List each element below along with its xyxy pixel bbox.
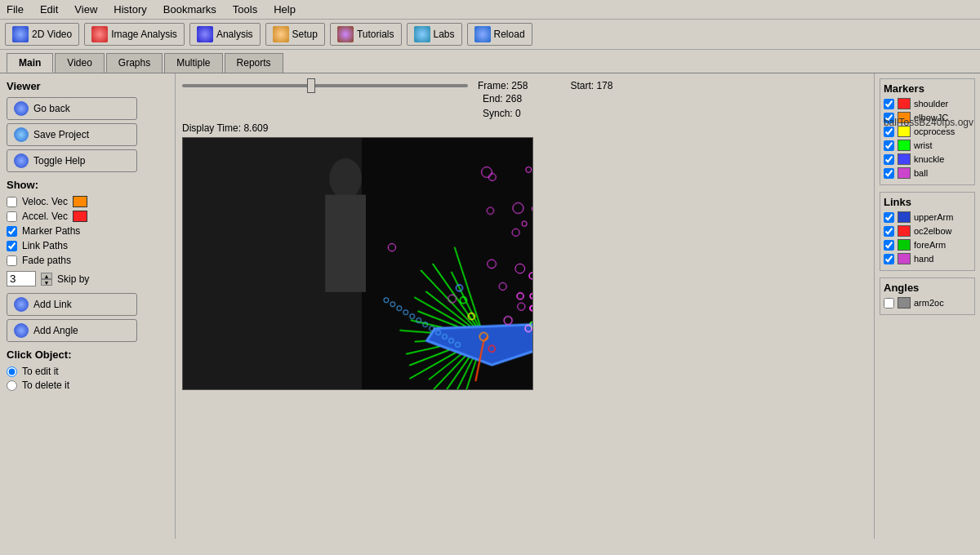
skip-row: ▲ ▼ Skip by <box>7 271 168 286</box>
accel-vec-label: Accel. Vec <box>22 211 68 222</box>
marker-shoulder-checkbox[interactable] <box>884 99 894 109</box>
toolbar-labs[interactable]: Labs <box>407 23 462 46</box>
skip-down-button[interactable]: ▼ <box>41 279 52 286</box>
link-row-oc2elbow: oc2elbow <box>884 225 971 237</box>
menu-edit[interactable]: Edit <box>37 2 61 17</box>
menu-help[interactable]: Help <box>270 2 299 17</box>
link-upperarm-checkbox[interactable] <box>884 212 894 223</box>
toolbar-tutorials-label: Tutorials <box>357 29 394 40</box>
main-content: Viewer Go back Save Project Toggle Help … <box>0 73 980 539</box>
menu-bookmarks[interactable]: Bookmarks <box>160 2 220 17</box>
add-link-button[interactable]: Add Link <box>7 293 137 316</box>
marker-wrist-checkbox[interactable] <box>884 140 894 151</box>
tab-reports[interactable]: Reports <box>225 53 283 73</box>
angles-section: Angles arm2oc <box>880 278 975 315</box>
skip-input[interactable] <box>7 271 36 286</box>
markers-title: Markers <box>884 82 971 95</box>
link-forearm-checkbox[interactable] <box>884 240 894 251</box>
viewer-title: Viewer <box>7 80 168 92</box>
menu-file[interactable]: File <box>3 2 27 17</box>
edit-radio[interactable] <box>7 366 17 377</box>
veloc-vec-color <box>73 196 87 207</box>
marker-row-wrist: wrist <box>884 140 971 151</box>
angle-arm2oc-label: arm2oc <box>914 298 944 308</box>
menu-view[interactable]: View <box>71 2 100 17</box>
links-title: Links <box>884 196 971 208</box>
link-oc2elbow-label: oc2elbow <box>914 226 951 236</box>
show-section: Show: Veloc. Vec Accel. Vec Marker Paths… <box>7 179 168 286</box>
toolbar-tutorials[interactable]: Tutorials <box>330 23 402 46</box>
link-oc2elbow-color <box>898 225 911 237</box>
center-area: Frame: 258 Start: 178 End: 268 Synch: 0 … <box>176 73 874 539</box>
toggle-help-label: Toggle Help <box>33 155 85 166</box>
veloc-vec-checkbox[interactable] <box>7 197 17 207</box>
frame-label: Frame: 258 <box>478 80 528 91</box>
menu-history[interactable]: History <box>110 2 149 17</box>
toolbar-analysis[interactable]: Analysis <box>189 23 261 46</box>
toolbar-2dvideo[interactable]: 2D Video <box>5 23 79 46</box>
frame-stats: Start: 178 <box>570 80 612 91</box>
link-hand-checkbox[interactable] <box>884 254 894 264</box>
skip-up-button[interactable]: ▲ <box>41 273 52 279</box>
link-oc2elbow-checkbox[interactable] <box>884 226 894 237</box>
toolbar-image-analysis[interactable]: Image Analysis <box>84 23 185 46</box>
toolbar-reload[interactable]: Reload <box>467 23 532 46</box>
left-panel: Viewer Go back Save Project Toggle Help … <box>0 73 176 539</box>
marker-ball-checkbox[interactable] <box>884 168 894 179</box>
marker-paths-label: Marker Paths <box>22 225 80 237</box>
add-link-label: Add Link <box>33 299 72 310</box>
edit-radio-label: To edit it <box>22 366 59 377</box>
link-upperarm-label: upperArm <box>914 212 953 222</box>
video-canvas[interactable] <box>182 137 533 390</box>
save-project-button[interactable]: Save Project <box>7 123 137 146</box>
toolbar-analysis-label: Analysis <box>216 29 253 40</box>
click-object-section: Click Object: To edit it To delete it <box>7 349 168 391</box>
menu-tools[interactable]: Tools <box>229 2 261 17</box>
marker-row-ball: ball <box>884 167 971 179</box>
toolbar-setup-label: Setup <box>292 29 318 40</box>
markers-section: Markers shoulder elbowJC ocprocess wrist <box>880 78 975 185</box>
delete-radio[interactable] <box>7 380 17 391</box>
toolbar-setup[interactable]: Setup <box>265 23 325 46</box>
tab-video[interactable]: Video <box>55 53 104 73</box>
marker-wrist-label: wrist <box>914 140 933 150</box>
right-panel: Markers shoulder elbowJC ocprocess wrist <box>874 73 980 539</box>
setup-icon <box>273 26 289 42</box>
link-paths-checkbox[interactable] <box>7 241 17 251</box>
menubar: File Edit View History Bookmarks Tools H… <box>0 0 980 20</box>
marker-paths-checkbox[interactable] <box>7 226 17 237</box>
add-angle-button[interactable]: Add Angle <box>7 319 137 342</box>
accel-vec-checkbox[interactable] <box>7 211 17 222</box>
fade-paths-checkbox[interactable] <box>7 255 17 266</box>
angle-arm2oc-checkbox[interactable] <box>884 298 894 309</box>
tab-multiple[interactable]: Multiple <box>164 53 222 73</box>
link-row-hand: hand <box>884 253 971 264</box>
veloc-vec-row: Veloc. Vec <box>7 196 168 207</box>
frame-slider[interactable] <box>182 84 468 87</box>
angle-arm2oc-color <box>898 297 911 309</box>
tab-main[interactable]: Main <box>7 53 53 73</box>
synch-stat: Synch: 0 <box>483 108 521 119</box>
file-title: ballTossB240fps.ogv <box>884 117 973 128</box>
marker-knuckle-color <box>898 153 911 165</box>
end-stat: End: 268 <box>483 93 522 104</box>
link-paths-label: Link Paths <box>22 240 68 251</box>
marker-ball-label: ball <box>914 168 928 178</box>
link-hand-label: hand <box>914 254 933 264</box>
marker-knuckle-checkbox[interactable] <box>884 154 894 165</box>
marker-shoulder-color <box>898 98 911 109</box>
toggle-help-button[interactable]: Toggle Help <box>7 149 137 172</box>
display-time: Display Time: 8.609 <box>182 122 867 134</box>
skip-spinner: ▲ ▼ <box>41 273 52 286</box>
save-project-label: Save Project <box>33 129 89 140</box>
go-back-button[interactable]: Go back <box>7 97 137 120</box>
tab-graphs[interactable]: Graphs <box>106 53 163 73</box>
2dvideo-icon <box>12 26 29 42</box>
links-section: Links upperArm oc2elbow foreArm hand <box>880 192 975 271</box>
marker-row-knuckle: knuckle <box>884 153 971 165</box>
delete-radio-label: To delete it <box>22 380 69 391</box>
edit-radio-row: To edit it <box>7 366 168 377</box>
marker-shoulder-label: shoulder <box>914 99 948 109</box>
analysis-icon <box>197 26 213 42</box>
save-project-icon <box>14 127 29 142</box>
